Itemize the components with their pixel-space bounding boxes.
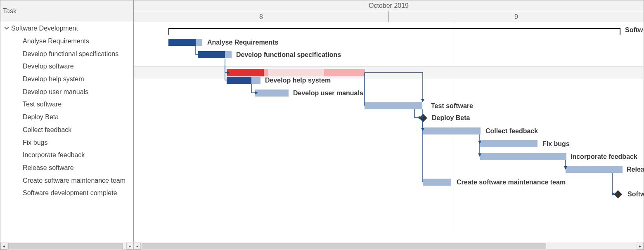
tree-label: Develop user manuals <box>23 88 88 96</box>
tree-row[interactable]: Incorporate feedback <box>0 149 133 162</box>
bar-label: Fix bugs <box>542 140 570 147</box>
tree-label: Develop help system <box>23 75 84 83</box>
timeline-day-8[interactable]: 8 <box>134 11 388 22</box>
tree-row[interactable]: Software development complete <box>0 187 133 200</box>
tree-row-parent[interactable]: Software Development <box>0 22 133 35</box>
scrollbar-row: ◂ ▸ ◂ ▸ <box>0 242 644 250</box>
bar-collect[interactable] <box>423 127 481 134</box>
tree-hscrollbar[interactable]: ◂ ▸ <box>0 242 134 250</box>
bar-label: Relea <box>627 166 644 173</box>
bar-analyse-progress[interactable] <box>168 39 196 46</box>
timeline-days: 8 9 <box>134 11 644 22</box>
tree-label: Test software <box>23 101 62 108</box>
bar-incorp[interactable] <box>480 153 566 160</box>
scroll-thumb[interactable] <box>142 243 546 249</box>
bar-label: Create software maintenance team <box>457 179 566 186</box>
chart-hscrollbar[interactable]: ◂ ▸ <box>134 242 644 250</box>
bar-testsw[interactable] <box>365 102 422 109</box>
bar-label: Incorporate feedback <box>571 153 637 160</box>
gantt-body: Software Development Analyse Requirement… <box>0 22 644 242</box>
bar-devfunc-progress[interactable] <box>198 51 225 58</box>
bar-devuser[interactable] <box>255 90 289 97</box>
bar-fixbugs[interactable] <box>480 140 537 147</box>
scroll-left-icon[interactable]: ◂ <box>134 243 141 250</box>
tree-row[interactable]: Fix bugs <box>0 136 133 149</box>
bar-label: Develop functional specifications <box>236 51 341 58</box>
scroll-thumb[interactable] <box>8 243 123 249</box>
tree-row[interactable]: Analyse Requirements <box>0 35 133 48</box>
tree-row[interactable]: Collect feedback <box>0 124 133 137</box>
bar-label: Analyse Requirements <box>207 39 279 46</box>
tree-label: Software development complete <box>23 189 117 197</box>
summary-label: Softw <box>625 26 643 33</box>
tree-label: Analyse Requirements <box>23 38 89 45</box>
timeline-month: October 2019 <box>134 0 644 11</box>
tree-row[interactable]: Develop help system <box>0 73 133 86</box>
timeline-header: October 2019 8 9 <box>134 0 644 22</box>
tree-row[interactable]: Develop user manuals <box>0 85 133 98</box>
scroll-track[interactable] <box>141 243 637 250</box>
bar-label: Develop user manuals <box>293 90 363 97</box>
bar-devsoft-actual-tail <box>264 69 268 76</box>
bar-release[interactable] <box>566 166 623 173</box>
tree-label: Create software maintenance team <box>23 177 125 184</box>
timeline-day-9[interactable]: 9 <box>388 11 644 22</box>
row-highlight <box>134 66 643 79</box>
gantt-header: Task October 2019 8 9 <box>0 0 644 22</box>
scroll-right-icon[interactable]: ▸ <box>637 243 644 250</box>
bar-devsoft-actual[interactable] <box>227 69 264 76</box>
tree-row[interactable]: Develop functional specifications <box>0 47 133 60</box>
tree-row[interactable]: Develop software <box>0 60 133 73</box>
bar-maint[interactable] <box>423 179 451 186</box>
tree-label: Release software <box>23 164 74 172</box>
bar-label: Softw <box>627 191 644 198</box>
bar-label: Collect feedback <box>485 127 538 134</box>
tree-label: Develop software <box>23 63 74 70</box>
tree-row[interactable]: Deploy Beta <box>0 111 133 124</box>
tree-label-parent: Software Development <box>11 25 78 32</box>
tree-row[interactable]: Test software <box>0 98 133 111</box>
bar-label: Deploy Beta <box>432 114 470 121</box>
tree-label: Fix bugs <box>23 139 47 146</box>
gantt-control: Task October 2019 8 9 Software Developme… <box>0 0 644 250</box>
bar-label: Develop help system <box>265 77 331 84</box>
tree-row[interactable]: Create software maintenance team <box>0 174 133 187</box>
scroll-right-icon[interactable]: ▸ <box>126 243 133 250</box>
scroll-track[interactable] <box>7 243 126 250</box>
tree-label: Collect feedback <box>23 126 71 134</box>
milestone-complete[interactable] <box>614 190 622 198</box>
tree-label: Develop functional specifications <box>23 50 118 58</box>
chart-canvas: Softw Analyse Requirements Develop funct… <box>134 22 644 229</box>
milestone-deploy-beta[interactable] <box>419 114 427 122</box>
tree-label: Deploy Beta <box>23 113 59 121</box>
gantt-chart-area[interactable]: Softw Analyse Requirements Develop funct… <box>134 22 644 242</box>
chevron-down-icon[interactable] <box>2 26 11 32</box>
bar-label: Test software <box>431 102 473 109</box>
scroll-left-icon[interactable]: ◂ <box>0 243 7 250</box>
bar-devhelp-progress[interactable] <box>227 77 251 84</box>
day-divider <box>454 22 454 229</box>
svg-marker-4 <box>421 99 424 102</box>
task-tree[interactable]: Software Development Analyse Requirement… <box>0 22 134 242</box>
bar-devsoft-slack[interactable] <box>324 69 365 76</box>
tree-label: Incorporate feedback <box>23 151 85 159</box>
summary-bar[interactable] <box>168 28 620 32</box>
column-header-task[interactable]: Task <box>0 0 134 22</box>
tree-row[interactable]: Release software <box>0 162 133 175</box>
